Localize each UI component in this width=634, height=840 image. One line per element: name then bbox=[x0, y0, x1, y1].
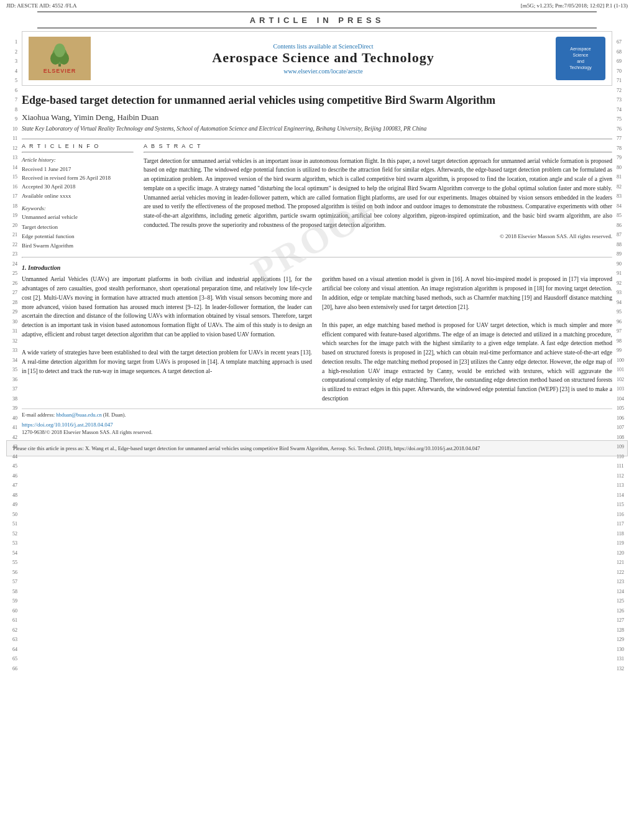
abstract-text: Target detection for unmanned aerial veh… bbox=[144, 157, 612, 230]
keyword-items: Unmanned aerial vehicleTarget detectionE… bbox=[22, 213, 134, 251]
body-divider bbox=[22, 257, 612, 258]
keyword-item: Unmanned aerial vehicle bbox=[22, 213, 134, 222]
svg-point-4 bbox=[54, 44, 65, 57]
article-in-press-banner: ARTICLE IN PRESS bbox=[37, 11, 597, 29]
intro-heading: 1. Introduction bbox=[22, 264, 612, 271]
footer: E-mail address: hbduan@buaa.edu.cn (H. D… bbox=[22, 408, 612, 435]
elsevier-logo-area: ELSEVIER bbox=[29, 37, 91, 80]
paper-affiliation: State Key Laboratory of Virtual Reality … bbox=[22, 125, 612, 133]
line-numbers-left: 1234567891011121314151617181920212223242… bbox=[6, 37, 17, 673]
history-item: Available online xxxx bbox=[22, 192, 134, 200]
banner-text: ARTICLE IN PRESS bbox=[250, 16, 385, 25]
journal-header: ELSEVIER Contents lists available at Sci… bbox=[22, 31, 612, 86]
keyword-item: Edge potential function bbox=[22, 232, 134, 241]
footnote-email-person: (H. Duan). bbox=[103, 412, 126, 418]
article-info-divider bbox=[22, 152, 134, 153]
journal-url[interactable]: www.elsevier.com/locate/aescte bbox=[97, 68, 549, 75]
elsevier-text: ELSEVIER bbox=[44, 68, 76, 74]
page: JID: AESCTE AID: 4552 /FLA [m5G; v1.235;… bbox=[0, 0, 634, 840]
journal-logo-text: Aerospace Science and Technology bbox=[569, 46, 591, 70]
elsevier-logo: ELSEVIER bbox=[44, 43, 76, 74]
journal-header-center: Contents lists available at ScienceDirec… bbox=[91, 43, 556, 75]
meta-right: [m5G; v1.235; Pm:7/05/2018; 12:02] P.1 (… bbox=[521, 2, 628, 9]
sciencedirect-link[interactable]: Contents lists available at ScienceDirec… bbox=[97, 43, 549, 50]
article-info-abstract: A R T I C L E I N F O Article history: R… bbox=[22, 143, 612, 251]
meta-left: JID: AESCTE AID: 4552 /FLA bbox=[6, 2, 77, 9]
history-item: Received 1 June 2017 bbox=[22, 165, 134, 173]
history-item: Accepted 30 April 2018 bbox=[22, 182, 134, 191]
history-items: Received 1 June 2017Received in revised … bbox=[22, 165, 134, 201]
article-info-col: A R T I C L E I N F O Article history: R… bbox=[22, 143, 134, 251]
article-info-label: A R T I C L E I N F O bbox=[22, 143, 134, 149]
divider-1 bbox=[22, 139, 612, 139]
keyword-item: Bird Swarm Algorithm bbox=[22, 241, 134, 251]
keywords-label: Keywords: bbox=[22, 205, 134, 211]
citation-text: Please cite this article in press as: X.… bbox=[13, 445, 480, 451]
main-content: PROOF Edge-based target detection for un… bbox=[22, 93, 612, 404]
issn-text: 1270-9638/© 2018 Elsevier Masson SAS. Al… bbox=[22, 429, 612, 435]
history-item: Received in revised form 26 April 2018 bbox=[22, 173, 134, 182]
citation-bar: Please cite this article in press as: X.… bbox=[6, 440, 628, 457]
footnote-email-line: E-mail address: hbduan@buaa.edu.cn (H. D… bbox=[22, 412, 612, 418]
meta-line: JID: AESCTE AID: 4552 /FLA [m5G; v1.235;… bbox=[0, 0, 634, 10]
doi-link[interactable]: https://doi.org/10.1016/j.ast.2018.04.04… bbox=[22, 422, 113, 428]
paper-authors: Xiaohua Wang, Yimin Deng, Haibin Duan bbox=[22, 113, 612, 122]
intro-col2: gorithm based on a visual attention mode… bbox=[322, 275, 612, 403]
intro-body: Unmanned Aerial Vehicles (UAVs) are impo… bbox=[22, 275, 612, 403]
footnote-email[interactable]: hbduan@buaa.edu.cn bbox=[56, 412, 101, 418]
intro-col1: Unmanned Aerial Vehicles (UAVs) are impo… bbox=[22, 275, 312, 403]
journal-title: Aerospace Science and Technology bbox=[97, 50, 549, 66]
email-label: E-mail address: bbox=[22, 412, 55, 418]
abstract-divider bbox=[144, 152, 612, 153]
line-numbers-right: 6768697071727374757677787980818283848586… bbox=[617, 37, 628, 673]
history-label: Article history: bbox=[22, 157, 134, 163]
abstract-col: A B S T R A C T Target detection for unm… bbox=[144, 143, 612, 251]
doi-line: https://doi.org/10.1016/j.ast.2018.04.04… bbox=[22, 418, 612, 429]
journal-logo-box: Aerospace Science and Technology bbox=[556, 37, 605, 80]
keyword-item: Target detection bbox=[22, 223, 134, 232]
abstract-label: A B S T R A C T bbox=[144, 143, 612, 149]
paper-title: Edge-based target detection for unmanned… bbox=[22, 93, 612, 108]
copyright-line: © 2018 Elsevier Masson SAS. All rights r… bbox=[144, 233, 612, 239]
